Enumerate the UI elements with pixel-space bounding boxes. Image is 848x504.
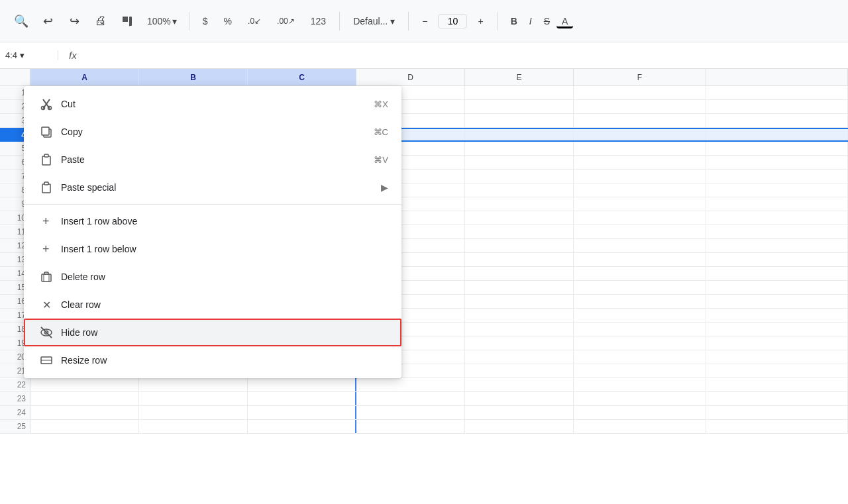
grid-cell[interactable]	[706, 114, 848, 127]
grid-cell[interactable]	[465, 323, 574, 336]
grid-cell[interactable]	[465, 267, 574, 280]
grid-cell[interactable]	[465, 156, 574, 169]
grid-cell[interactable]	[465, 225, 574, 238]
grid-cell[interactable]	[465, 364, 574, 378]
grid-cell[interactable]	[574, 86, 706, 99]
grid-cell[interactable]	[465, 114, 574, 127]
grid-cell[interactable]	[574, 114, 706, 127]
italic-button[interactable]: I	[524, 13, 537, 29]
grid-row[interactable]: 24	[0, 406, 848, 420]
grid-cell[interactable]	[574, 336, 706, 350]
grid-cell[interactable]	[706, 239, 848, 252]
grid-cell[interactable]	[706, 281, 848, 294]
grid-cell[interactable]	[30, 378, 139, 391]
col-header-c[interactable]: C	[248, 69, 356, 85]
grid-cell[interactable]	[465, 197, 574, 211]
grid-cell[interactable]	[465, 183, 574, 197]
grid-cell[interactable]	[574, 350, 706, 364]
grid-cell[interactable]	[139, 392, 248, 405]
grid-cell[interactable]	[574, 225, 706, 238]
cell-reference-box[interactable]: 4:4 ▾	[5, 50, 58, 60]
grid-cell[interactable]	[574, 420, 706, 433]
grid-cell[interactable]	[356, 378, 465, 391]
menu-item-paste[interactable]: Paste⌘V	[24, 146, 401, 174]
search-icon[interactable]: 🔍	[11, 11, 32, 32]
grid-cell[interactable]	[465, 211, 574, 225]
grid-cell[interactable]	[574, 295, 706, 308]
print-icon[interactable]: 🖨	[90, 11, 111, 32]
grid-cell[interactable]	[706, 253, 848, 266]
grid-cell[interactable]	[574, 364, 706, 378]
grid-cell[interactable]	[706, 406, 848, 419]
grid-cell[interactable]	[465, 350, 574, 364]
grid-cell[interactable]	[574, 323, 706, 336]
grid-cell[interactable]	[574, 267, 706, 280]
grid-cell[interactable]	[356, 392, 465, 405]
menu-item-delete-row[interactable]: Delete row	[24, 263, 401, 291]
col-header-f[interactable]: F	[574, 69, 706, 85]
grid-cell[interactable]	[465, 86, 574, 99]
grid-cell[interactable]	[706, 170, 848, 183]
grid-cell[interactable]	[465, 420, 574, 433]
grid-cell[interactable]	[706, 267, 848, 280]
grid-cell[interactable]	[574, 197, 706, 211]
grid-cell[interactable]	[465, 253, 574, 266]
decimal-increase-button[interactable]: .00↗	[272, 14, 300, 28]
bold-button[interactable]: B	[505, 13, 523, 29]
grid-cell[interactable]	[248, 378, 356, 391]
grid-cell[interactable]	[465, 281, 574, 294]
grid-cell[interactable]	[706, 336, 848, 350]
menu-item-insert-below[interactable]: +Insert 1 row below	[24, 235, 401, 263]
menu-item-clear-row[interactable]: ✕Clear row	[24, 291, 401, 319]
grid-cell[interactable]	[139, 420, 248, 433]
grid-cell[interactable]	[356, 420, 465, 433]
col-header-h[interactable]	[706, 69, 848, 85]
grid-cell[interactable]	[574, 281, 706, 294]
grid-cell[interactable]	[465, 406, 574, 419]
menu-item-cut[interactable]: Cut⌘X	[24, 90, 401, 118]
grid-cell[interactable]	[706, 364, 848, 378]
formula-input[interactable]	[87, 50, 843, 60]
grid-cell[interactable]	[465, 129, 574, 140]
font-size-decrease-button[interactable]: −	[417, 13, 433, 29]
grid-cell[interactable]	[574, 170, 706, 183]
menu-item-insert-above[interactable]: +Insert 1 row above	[24, 207, 401, 235]
grid-cell[interactable]	[574, 142, 706, 155]
zoom-selector[interactable]: 100% ▾	[143, 13, 181, 29]
col-header-a[interactable]: A	[30, 69, 139, 85]
grid-cell[interactable]	[465, 336, 574, 350]
grid-cell[interactable]	[248, 420, 356, 433]
grid-row[interactable]: 22	[0, 378, 848, 392]
grid-cell[interactable]	[465, 142, 574, 155]
grid-cell[interactable]	[706, 156, 848, 169]
redo-icon[interactable]: ↪	[64, 11, 85, 32]
grid-cell[interactable]	[574, 100, 706, 113]
grid-cell[interactable]	[574, 239, 706, 252]
col-header-d[interactable]: D	[356, 69, 465, 85]
grid-cell[interactable]	[574, 129, 706, 140]
grid-cell[interactable]	[574, 378, 706, 391]
menu-item-paste-special[interactable]: Paste special▶	[24, 174, 401, 201]
menu-item-copy[interactable]: Copy⌘C	[24, 118, 401, 146]
grid-cell[interactable]	[465, 309, 574, 322]
grid-cell[interactable]	[706, 86, 848, 99]
col-header-b[interactable]: B	[139, 69, 248, 85]
grid-cell[interactable]	[465, 392, 574, 405]
grid-cell[interactable]	[248, 392, 356, 405]
grid-cell[interactable]	[465, 100, 574, 113]
grid-cell[interactable]	[574, 183, 706, 197]
decimal-decrease-button[interactable]: .0↙	[242, 14, 266, 28]
grid-cell[interactable]	[465, 378, 574, 391]
font-selector[interactable]: Defaul... ▾	[348, 13, 400, 29]
percent-button[interactable]: %	[219, 13, 237, 29]
grid-cell[interactable]	[30, 392, 139, 405]
col-header-e[interactable]: E	[465, 69, 574, 85]
grid-cell[interactable]	[706, 295, 848, 308]
grid-cell[interactable]	[139, 406, 248, 419]
grid-cell[interactable]	[574, 406, 706, 419]
grid-cell[interactable]	[706, 211, 848, 225]
font-size-input[interactable]: 10	[438, 14, 467, 28]
grid-cell[interactable]	[465, 295, 574, 308]
grid-cell[interactable]	[574, 309, 706, 322]
grid-cell[interactable]	[706, 100, 848, 113]
